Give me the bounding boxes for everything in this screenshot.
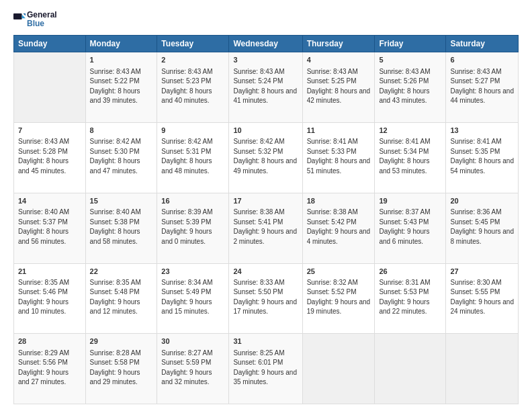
day-number: 26	[379, 267, 441, 277]
calendar-cell: 29Sunrise: 8:28 AM Sunset: 5:58 PM Dayli…	[85, 334, 157, 404]
calendar-cell: 20Sunrise: 8:36 AM Sunset: 5:45 PM Dayli…	[446, 193, 519, 263]
calendar-cell: 15Sunrise: 8:40 AM Sunset: 5:38 PM Dayli…	[85, 193, 157, 263]
day-info: Sunrise: 8:43 AM Sunset: 5:25 PM Dayligh…	[307, 67, 371, 106]
logo-emblem-icon	[13, 13, 26, 26]
day-info: Sunrise: 8:29 AM Sunset: 5:56 PM Dayligh…	[18, 349, 81, 387]
week-row-2: 7Sunrise: 8:43 AM Sunset: 5:28 PM Daylig…	[14, 123, 519, 193]
day-info: Sunrise: 8:28 AM Sunset: 5:58 PM Dayligh…	[90, 349, 153, 387]
calendar-cell: 11Sunrise: 8:41 AM Sunset: 5:33 PM Dayli…	[302, 123, 375, 193]
day-number: 20	[450, 196, 514, 206]
day-number: 14	[18, 196, 81, 206]
calendar-cell: 5Sunrise: 8:43 AM Sunset: 5:26 PM Daylig…	[375, 52, 446, 123]
day-number: 18	[307, 196, 371, 206]
day-number: 27	[450, 267, 514, 277]
week-row-1: 1Sunrise: 8:43 AM Sunset: 5:22 PM Daylig…	[14, 52, 519, 123]
calendar-cell: 30Sunrise: 8:27 AM Sunset: 5:59 PM Dayli…	[157, 334, 229, 404]
weekday-header-friday: Friday	[375, 36, 446, 52]
day-info: Sunrise: 8:32 AM Sunset: 5:52 PM Dayligh…	[307, 278, 371, 317]
day-info: Sunrise: 8:40 AM Sunset: 5:37 PM Dayligh…	[18, 208, 81, 246]
day-number: 24	[233, 267, 298, 277]
weekday-header-saturday: Saturday	[446, 36, 519, 52]
calendar-cell: 28Sunrise: 8:29 AM Sunset: 5:56 PM Dayli…	[14, 334, 86, 404]
calendar-cell: 8Sunrise: 8:42 AM Sunset: 5:30 PM Daylig…	[85, 123, 157, 193]
weekday-header-tuesday: Tuesday	[157, 36, 229, 52]
calendar-cell: 13Sunrise: 8:41 AM Sunset: 5:35 PM Dayli…	[446, 123, 519, 193]
calendar-cell: 18Sunrise: 8:38 AM Sunset: 5:42 PM Dayli…	[302, 193, 375, 263]
calendar-cell	[14, 52, 86, 123]
calendar-cell: 6Sunrise: 8:43 AM Sunset: 5:27 PM Daylig…	[446, 52, 519, 123]
day-info: Sunrise: 8:38 AM Sunset: 5:42 PM Dayligh…	[307, 208, 371, 246]
day-info: Sunrise: 8:43 AM Sunset: 5:27 PM Dayligh…	[450, 67, 514, 106]
day-number: 17	[233, 196, 298, 206]
day-number: 7	[18, 126, 81, 136]
calendar-cell: 3Sunrise: 8:43 AM Sunset: 5:24 PM Daylig…	[229, 52, 302, 123]
day-info: Sunrise: 8:39 AM Sunset: 5:39 PM Dayligh…	[161, 208, 224, 246]
day-info: Sunrise: 8:27 AM Sunset: 5:59 PM Dayligh…	[161, 349, 224, 387]
weekday-header-row: SundayMondayTuesdayWednesdayThursdayFrid…	[14, 36, 519, 52]
calendar-cell: 23Sunrise: 8:34 AM Sunset: 5:49 PM Dayli…	[157, 263, 229, 334]
day-number: 16	[161, 196, 224, 206]
day-number: 5	[379, 55, 441, 65]
calendar-cell: 9Sunrise: 8:42 AM Sunset: 5:31 PM Daylig…	[157, 123, 229, 193]
day-info: Sunrise: 8:40 AM Sunset: 5:38 PM Dayligh…	[90, 208, 153, 246]
calendar-cell: 7Sunrise: 8:43 AM Sunset: 5:28 PM Daylig…	[14, 123, 86, 193]
calendar-cell: 10Sunrise: 8:42 AM Sunset: 5:32 PM Dayli…	[229, 123, 302, 193]
day-number: 8	[90, 126, 153, 136]
day-number: 30	[161, 336, 224, 347]
day-info: Sunrise: 8:25 AM Sunset: 6:01 PM Dayligh…	[233, 349, 298, 387]
svg-marker-2	[23, 13, 26, 16]
day-number: 6	[450, 55, 514, 65]
day-info: Sunrise: 8:31 AM Sunset: 5:53 PM Dayligh…	[379, 278, 441, 317]
calendar-cell: 4Sunrise: 8:43 AM Sunset: 5:25 PM Daylig…	[302, 52, 375, 123]
logo-words: General Blue	[27, 11, 57, 28]
day-number: 10	[233, 126, 298, 136]
calendar-cell: 14Sunrise: 8:40 AM Sunset: 5:37 PM Dayli…	[14, 193, 86, 263]
calendar-cell: 27Sunrise: 8:30 AM Sunset: 5:55 PM Dayli…	[446, 263, 519, 334]
day-info: Sunrise: 8:34 AM Sunset: 5:49 PM Dayligh…	[161, 278, 224, 317]
calendar-cell	[375, 334, 446, 404]
weekday-header-thursday: Thursday	[302, 36, 375, 52]
weekday-header-monday: Monday	[85, 36, 157, 52]
day-number: 19	[379, 196, 441, 206]
calendar-cell: 26Sunrise: 8:31 AM Sunset: 5:53 PM Dayli…	[375, 263, 446, 334]
calendar-cell: 24Sunrise: 8:33 AM Sunset: 5:50 PM Dayli…	[229, 263, 302, 334]
svg-rect-0	[13, 13, 22, 19]
weekday-header-wednesday: Wednesday	[229, 36, 302, 52]
calendar-cell	[446, 334, 519, 404]
week-row-4: 21Sunrise: 8:35 AM Sunset: 5:46 PM Dayli…	[14, 263, 519, 334]
calendar-cell	[302, 334, 375, 404]
day-number: 15	[90, 196, 153, 206]
calendar-cell: 25Sunrise: 8:32 AM Sunset: 5:52 PM Dayli…	[302, 263, 375, 334]
day-info: Sunrise: 8:43 AM Sunset: 5:24 PM Dayligh…	[233, 67, 298, 106]
week-row-3: 14Sunrise: 8:40 AM Sunset: 5:37 PM Dayli…	[14, 193, 519, 263]
day-number: 28	[18, 336, 81, 347]
day-info: Sunrise: 8:38 AM Sunset: 5:41 PM Dayligh…	[233, 208, 298, 246]
calendar-cell: 31Sunrise: 8:25 AM Sunset: 6:01 PM Dayli…	[229, 334, 302, 404]
day-info: Sunrise: 8:35 AM Sunset: 5:46 PM Dayligh…	[18, 278, 81, 317]
day-number: 31	[233, 336, 298, 347]
day-info: Sunrise: 8:35 AM Sunset: 5:48 PM Dayligh…	[90, 278, 153, 317]
day-number: 25	[307, 267, 371, 277]
day-info: Sunrise: 8:41 AM Sunset: 5:34 PM Dayligh…	[379, 137, 441, 176]
day-info: Sunrise: 8:33 AM Sunset: 5:50 PM Dayligh…	[233, 278, 298, 317]
day-number: 12	[379, 126, 441, 136]
calendar-cell: 19Sunrise: 8:37 AM Sunset: 5:43 PM Dayli…	[375, 193, 446, 263]
day-info: Sunrise: 8:42 AM Sunset: 5:32 PM Dayligh…	[233, 137, 298, 176]
day-info: Sunrise: 8:42 AM Sunset: 5:30 PM Dayligh…	[90, 137, 153, 176]
day-info: Sunrise: 8:43 AM Sunset: 5:22 PM Dayligh…	[90, 67, 153, 106]
day-number: 9	[161, 126, 224, 136]
weekday-header-sunday: Sunday	[14, 36, 86, 52]
day-number: 23	[161, 267, 224, 277]
day-info: Sunrise: 8:43 AM Sunset: 5:26 PM Dayligh…	[379, 67, 441, 106]
calendar-cell: 21Sunrise: 8:35 AM Sunset: 5:46 PM Dayli…	[14, 263, 86, 334]
day-number: 1	[90, 55, 153, 65]
calendar-cell: 16Sunrise: 8:39 AM Sunset: 5:39 PM Dayli…	[157, 193, 229, 263]
logo-blue: Blue	[27, 19, 57, 28]
day-number: 29	[90, 336, 153, 347]
logo: General Blue	[13, 11, 57, 28]
day-info: Sunrise: 8:43 AM Sunset: 5:28 PM Dayligh…	[18, 137, 81, 176]
week-row-5: 28Sunrise: 8:29 AM Sunset: 5:56 PM Dayli…	[14, 334, 519, 404]
calendar-cell: 1Sunrise: 8:43 AM Sunset: 5:22 PM Daylig…	[85, 52, 157, 123]
day-info: Sunrise: 8:41 AM Sunset: 5:35 PM Dayligh…	[450, 137, 514, 176]
day-number: 11	[307, 126, 371, 136]
